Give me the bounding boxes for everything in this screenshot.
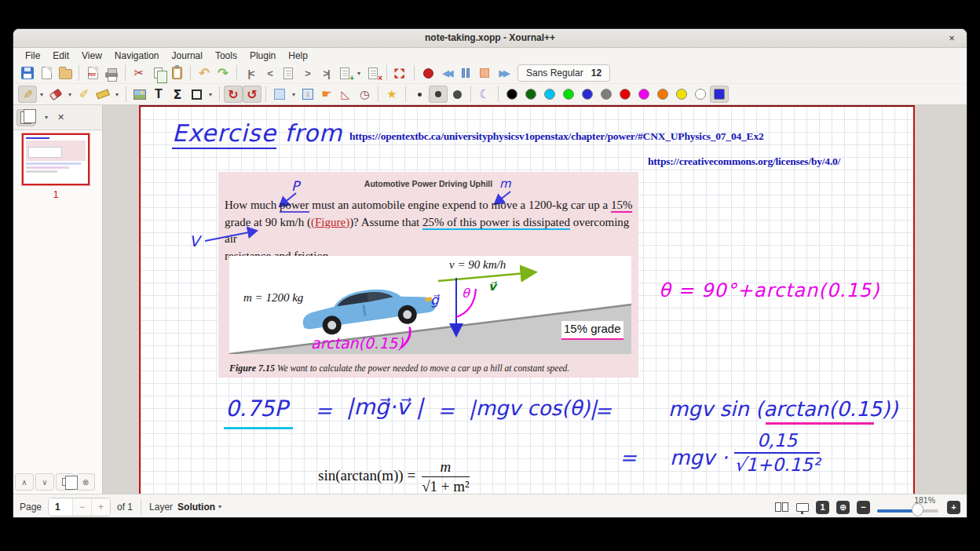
- first-page-icon[interactable]: |<: [241, 64, 260, 82]
- redo-icon[interactable]: ↷: [214, 64, 232, 82]
- page-label: Page: [20, 502, 42, 513]
- stylus-extras-icon[interactable]: ★: [382, 86, 401, 103]
- print-icon[interactable]: [102, 64, 121, 82]
- color-yellow[interactable]: [672, 86, 691, 103]
- setsquare-icon[interactable]: ◺: [336, 86, 355, 103]
- page-thumbnail[interactable]: [22, 133, 90, 185]
- zoom-100-button[interactable]: 1: [816, 501, 829, 514]
- page-preview-tab-icon[interactable]: [16, 109, 35, 126]
- add-page-icon[interactable]: +: [335, 64, 354, 82]
- draw-shape-icon[interactable]: [187, 86, 206, 103]
- sidebar-dropdown-icon[interactable]: ▾: [42, 109, 51, 126]
- compass-icon[interactable]: ◷: [355, 86, 374, 103]
- paste-icon[interactable]: [167, 64, 186, 82]
- zoom-in-button[interactable]: +: [947, 501, 960, 514]
- shape-recognizer-icon[interactable]: ↻: [224, 86, 243, 103]
- menu-view[interactable]: View: [76, 49, 108, 62]
- zoom-slider-thumb[interactable]: [912, 503, 923, 516]
- color-white[interactable]: [691, 86, 710, 103]
- menu-journal[interactable]: Journal: [166, 49, 208, 62]
- menu-file[interactable]: File: [20, 49, 46, 62]
- save-icon[interactable]: [18, 64, 37, 82]
- pen-icon[interactable]: ✎: [18, 86, 37, 103]
- vertical-space-icon[interactable]: ↕: [298, 86, 317, 103]
- undo-icon[interactable]: ↶: [195, 64, 214, 82]
- line-thick-icon[interactable]: [448, 86, 466, 103]
- forward-icon[interactable]: ▶▶: [494, 64, 513, 82]
- color-magenta[interactable]: [634, 86, 653, 103]
- layer-dropdown-icon[interactable]: ▾: [215, 498, 225, 516]
- figure-link[interactable]: (Figure): [311, 216, 349, 228]
- export-pdf-icon[interactable]: [83, 64, 102, 82]
- layer-select[interactable]: Solution: [177, 502, 215, 513]
- menu-help[interactable]: Help: [283, 49, 313, 62]
- highlighter-icon[interactable]: ✐: [75, 86, 93, 103]
- color-cyan[interactable]: [540, 86, 559, 103]
- page-number-input[interactable]: [49, 498, 72, 516]
- menu-tools[interactable]: Tools: [210, 49, 243, 62]
- snap-rotation-icon[interactable]: ↺: [243, 86, 261, 103]
- color-gray[interactable]: [597, 86, 616, 103]
- shape-dropdown-icon[interactable]: ▾: [206, 86, 215, 103]
- scroll-down-icon[interactable]: ∨: [35, 473, 54, 491]
- menu-plugin[interactable]: Plugin: [244, 49, 281, 62]
- add-page-dropdown-icon[interactable]: ▾: [354, 64, 364, 82]
- menu-navigation[interactable]: Navigation: [109, 49, 165, 62]
- sidebar-close-icon[interactable]: ✕: [57, 112, 64, 122]
- close-icon[interactable]: ×: [945, 31, 959, 46]
- menu-edit[interactable]: Edit: [47, 49, 75, 62]
- goto-page-icon[interactable]: [279, 64, 298, 82]
- eraser-dropdown-icon[interactable]: ▾: [65, 86, 75, 103]
- pause-icon[interactable]: [456, 64, 475, 82]
- page-decrement-button[interactable]: −: [72, 498, 91, 516]
- cut-icon[interactable]: ✂: [130, 64, 148, 82]
- rewind-icon[interactable]: ◀◀: [437, 64, 456, 82]
- zoom-fit-button[interactable]: ⊕: [836, 501, 850, 514]
- presentation-mode-icon[interactable]: [796, 503, 809, 512]
- color-orange[interactable]: [653, 86, 672, 103]
- document-page[interactable]: Exercise from https://opentextbc.ca/univ…: [139, 105, 915, 494]
- last-page-icon[interactable]: >|: [316, 64, 335, 82]
- zoom-out-button[interactable]: −: [857, 501, 870, 514]
- scroll-up-icon[interactable]: ∧: [15, 473, 34, 491]
- license-link[interactable]: https://creativecommons.org/licenses/by/…: [648, 155, 840, 168]
- color-black[interactable]: [503, 86, 521, 103]
- insert-text-icon[interactable]: T: [149, 86, 168, 103]
- previous-page-icon[interactable]: <: [260, 64, 279, 82]
- rect-selection-icon[interactable]: [270, 86, 289, 103]
- insert-math-tex-icon[interactable]: Σ: [168, 86, 187, 103]
- record-audio-icon[interactable]: [419, 64, 437, 82]
- marker-dropdown-icon[interactable]: ▾: [112, 86, 122, 103]
- color-green[interactable]: [559, 86, 578, 103]
- delete-thumbnail-icon[interactable]: ⊗: [76, 473, 95, 491]
- insert-image-icon[interactable]: [130, 86, 149, 103]
- select-marker-icon[interactable]: [93, 86, 112, 103]
- hand-tool-icon[interactable]: ☛: [317, 86, 336, 103]
- delete-page-icon[interactable]: ×: [364, 64, 382, 82]
- fullscreen-icon[interactable]: ◤◥◣◢: [391, 64, 410, 82]
- selection-dropdown-icon[interactable]: ▾: [289, 86, 298, 103]
- font-button[interactable]: Sans Regular 12: [517, 64, 610, 82]
- new-file-icon[interactable]: [37, 64, 56, 82]
- fill-icon[interactable]: ☾: [475, 86, 494, 103]
- duplicate-page-icon[interactable]: [56, 473, 75, 491]
- color-picker-icon[interactable]: [710, 86, 729, 103]
- copy-icon[interactable]: [148, 64, 167, 82]
- zoom-slider[interactable]: 181%: [877, 494, 940, 518]
- color-blue[interactable]: [578, 86, 597, 103]
- color-red[interactable]: [616, 86, 634, 103]
- pen-dropdown-icon[interactable]: ▾: [37, 86, 46, 103]
- next-page-icon[interactable]: >: [298, 64, 316, 82]
- source-link[interactable]: https://opentextbc.ca/universityphysicsv…: [349, 130, 763, 143]
- open-folder-icon[interactable]: [56, 64, 75, 82]
- color-dark-green[interactable]: [521, 86, 540, 103]
- line-medium-icon[interactable]: [429, 86, 448, 103]
- line-thin-icon[interactable]: [410, 86, 429, 103]
- canvas-area[interactable]: Exercise from https://opentextbc.ca/univ…: [103, 105, 967, 494]
- dual-page-view-icon[interactable]: [773, 501, 789, 513]
- page-increment-button[interactable]: +: [91, 498, 110, 516]
- stop-icon[interactable]: [475, 64, 494, 82]
- thumbnail-preview: [26, 137, 49, 139]
- exercise-title: Automotive Power Driving Uphill: [218, 179, 638, 188]
- eraser-icon[interactable]: [46, 86, 65, 103]
